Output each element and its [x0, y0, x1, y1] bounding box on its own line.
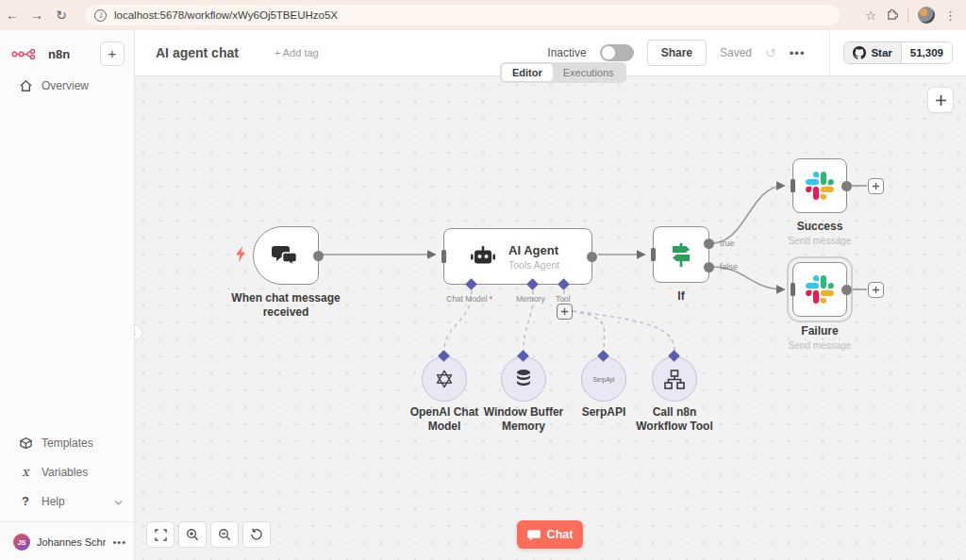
share-button[interactable]: Share: [647, 40, 707, 66]
chat-button-label: Chat: [547, 528, 574, 541]
add-tag-button[interactable]: + Add tag: [275, 47, 319, 58]
sidebar-item-overview[interactable]: Overview: [0, 72, 134, 100]
n8n-app: n8n + Overview Templates x Variables: [0, 30, 966, 560]
history-icon[interactable]: ↺: [765, 45, 776, 60]
slack-icon: [806, 172, 834, 200]
user-name: Johannes Schn...: [37, 536, 106, 548]
workflow-canvas[interactable]: ‹ When chat message received: [135, 76, 966, 560]
node-label-openai: OpenAI Chat Model: [402, 405, 487, 434]
new-workflow-button[interactable]: +: [100, 41, 125, 66]
tab-executions[interactable]: Executions: [553, 64, 625, 81]
tab-editor[interactable]: Editor: [502, 64, 553, 81]
database-icon: [513, 368, 534, 390]
home-icon: [19, 80, 32, 91]
activation-toggle[interactable]: [600, 44, 634, 61]
sidebar-item-variables[interactable]: x Variables: [0, 457, 134, 486]
github-star-count: 51,309: [902, 42, 952, 63]
zoom-out-button[interactable]: [210, 521, 239, 548]
agent-subtitle: Tools Agent: [508, 259, 559, 271]
node-label-failure: Failure Send message: [782, 324, 858, 353]
browser-forward-icon[interactable]: →: [25, 8, 49, 23]
node-label-n8n-tool: Call n8n Workflow Tool: [627, 405, 722, 434]
view-tabs: Editor Executions: [500, 62, 626, 83]
user-options-icon[interactable]: •••: [112, 536, 126, 548]
port-label-chat-model: Chat Model *: [446, 294, 492, 304]
slack-icon: [806, 275, 834, 304]
activation-status-label: Inactive: [547, 46, 586, 59]
port-label-memory: Memory: [516, 294, 545, 304]
toggle-knob: [602, 46, 615, 59]
chevron-down-icon: [114, 495, 123, 508]
input-port[interactable]: [791, 283, 795, 296]
node-call-n8n-workflow-tool[interactable]: [652, 356, 697, 402]
sidebar-item-label: Templates: [42, 436, 93, 450]
node-success[interactable]: [792, 158, 847, 213]
add-tool-button[interactable]: [557, 304, 573, 320]
node-if[interactable]: [653, 226, 709, 283]
chat-bubble-icon: [527, 529, 541, 541]
output-port[interactable]: [587, 252, 597, 262]
sidebar-divider: [0, 521, 134, 522]
chat-button[interactable]: Chat: [517, 520, 583, 549]
output-port[interactable]: [841, 285, 852, 295]
node-subtitle: Send message: [782, 236, 858, 248]
required-marker: *: [490, 294, 492, 304]
input-port[interactable]: [651, 248, 656, 261]
fit-view-button[interactable]: [146, 521, 175, 548]
user-avatar: JS: [13, 534, 30, 551]
node-serpapi[interactable]: SerpApi: [581, 356, 626, 402]
serpapi-icon: SerpApi: [592, 376, 614, 383]
output-port[interactable]: [841, 181, 852, 191]
brand-name: n8n: [48, 47, 70, 61]
browser-profile-avatar[interactable]: [918, 7, 935, 24]
reset-view-button[interactable]: [242, 521, 271, 548]
sidebar-item-label: Overview: [42, 79, 89, 92]
add-node-button[interactable]: [927, 87, 954, 113]
trigger-bolt-icon: [235, 246, 247, 266]
github-star-widget[interactable]: Star 51,309: [843, 41, 953, 64]
chat-bubbles-icon: [272, 243, 300, 268]
input-port[interactable]: [441, 250, 446, 263]
output-port[interactable]: [313, 251, 324, 261]
zoom-in-button[interactable]: [178, 521, 207, 548]
input-port[interactable]: [791, 179, 795, 192]
agent-title: AI Agent: [508, 243, 559, 257]
output-port-true[interactable]: [704, 239, 714, 249]
sidebar-item-templates[interactable]: Templates: [0, 429, 134, 457]
node-openai-chat-model[interactable]: [422, 356, 467, 402]
browser-menu-icon[interactable]: ⋮: [944, 8, 957, 23]
box-icon: [19, 437, 32, 449]
browser-back-icon[interactable]: ←: [0, 8, 25, 23]
github-icon: [853, 46, 866, 59]
extensions-icon[interactable]: [886, 8, 898, 23]
sidebar-item-help[interactable]: ? Help: [0, 486, 134, 516]
node-failure[interactable]: [792, 262, 847, 317]
node-chat-trigger[interactable]: [253, 226, 319, 285]
saved-status: Saved: [720, 46, 752, 59]
node-label-if: If: [653, 289, 709, 304]
node-label-buffer-memory: Window Buffer Memory: [476, 405, 571, 434]
sidebar-collapse-icon[interactable]: ‹: [135, 324, 142, 340]
node-window-buffer-memory[interactable]: [501, 356, 546, 402]
output-label-true: true: [720, 239, 735, 248]
n8n-logo[interactable]: n8n: [11, 47, 70, 61]
browser-chrome: ← → ↻ i localhost:5678/workflow/xWy6Oj5T…: [0, 0, 966, 30]
openai-icon: [433, 368, 456, 390]
robot-icon: [469, 244, 497, 269]
site-info-icon[interactable]: i: [94, 9, 107, 22]
canvas-controls: [146, 521, 271, 548]
browser-reload-icon[interactable]: ↻: [49, 8, 74, 23]
chrome-divider: [908, 8, 908, 22]
output-port-false[interactable]: [704, 262, 714, 272]
workflow-menu-icon[interactable]: •••: [790, 46, 806, 60]
variable-x-icon: x: [19, 465, 32, 479]
node-ai-agent[interactable]: AI Agent Tools Agent: [443, 228, 592, 285]
add-next-node-button[interactable]: [868, 178, 884, 194]
bookmark-star-icon[interactable]: ☆: [865, 8, 876, 23]
address-bar[interactable]: i localhost:5678/workflow/xWy6Oj5TBEUHzo…: [85, 5, 840, 25]
workflow-title[interactable]: AI agent chat: [156, 45, 239, 60]
user-menu[interactable]: JS Johannes Schn... •••: [0, 524, 134, 560]
port-label-tool: Tool: [556, 294, 571, 304]
add-next-node-button[interactable]: [868, 282, 884, 298]
node-label-serpapi: SerpAPI: [575, 405, 632, 420]
